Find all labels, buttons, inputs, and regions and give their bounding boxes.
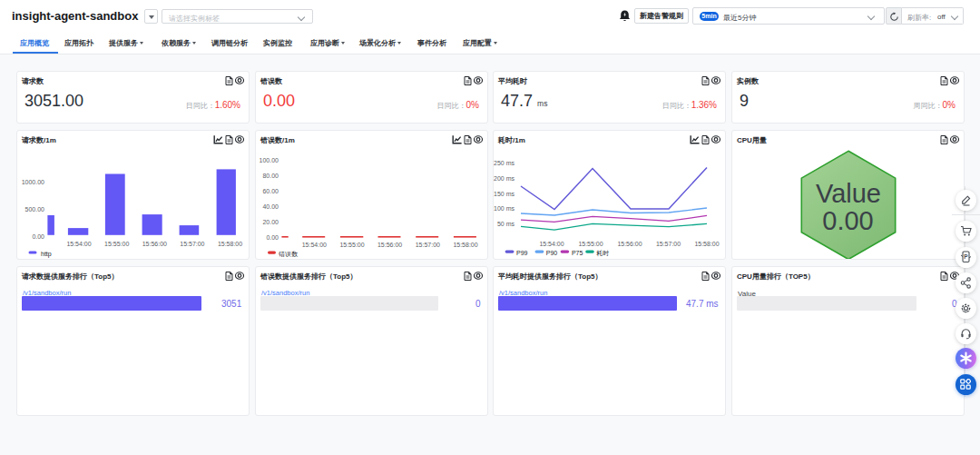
svg-text:15:54:00: 15:54:00 <box>66 241 91 247</box>
svg-text:P99: P99 <box>516 250 528 256</box>
svg-text:P90: P90 <box>546 250 558 256</box>
svg-text:P75: P75 <box>572 250 583 256</box>
svg-text:P: P <box>964 253 968 260</box>
svg-text:15:55:00: 15:55:00 <box>104 241 129 247</box>
svg-text:15:57:00: 15:57:00 <box>416 242 440 248</box>
svg-text:100.00: 100.00 <box>260 157 279 163</box>
svg-text:150 ms: 150 ms <box>494 191 514 197</box>
svg-text:200 ms: 200 ms <box>494 175 514 182</box>
svg-text:耗时: 耗时 <box>596 250 609 257</box>
svg-text:500.00: 500.00 <box>25 206 45 213</box>
svg-text:1000.00: 1000.00 <box>22 179 44 185</box>
svg-text:15:58:00: 15:58:00 <box>694 241 719 247</box>
svg-text:15:55:00: 15:55:00 <box>578 241 603 247</box>
svg-text:15:58:00: 15:58:00 <box>218 241 242 247</box>
svg-text:15:58:00: 15:58:00 <box>453 242 477 248</box>
svg-text:15:57:00: 15:57:00 <box>180 241 204 247</box>
svg-text:50 ms: 50 ms <box>497 221 515 227</box>
svg-text:15:54:00: 15:54:00 <box>539 241 564 247</box>
svg-text:40.00: 40.00 <box>262 203 279 210</box>
svg-text:15:55:00: 15:55:00 <box>339 242 364 248</box>
svg-text:100 ms: 100 ms <box>494 205 514 212</box>
svg-text:15:56:00: 15:56:00 <box>142 241 167 247</box>
svg-text:15:57:00: 15:57:00 <box>656 241 681 247</box>
svg-text:Value: Value <box>816 179 881 208</box>
svg-text:错误数: 错误数 <box>278 251 299 258</box>
svg-text:250 ms: 250 ms <box>494 160 514 166</box>
svg-text:0.00: 0.00 <box>822 206 873 235</box>
svg-text:60.00: 60.00 <box>262 188 279 194</box>
svg-text:15:54:00: 15:54:00 <box>302 242 327 248</box>
svg-text:0.00: 0.00 <box>266 234 279 241</box>
svg-text:15:56:00: 15:56:00 <box>617 241 642 247</box>
svg-text:20.00: 20.00 <box>262 219 279 225</box>
svg-text:15:56:00: 15:56:00 <box>377 242 402 248</box>
svg-text:http: http <box>41 251 52 258</box>
svg-text:80.00: 80.00 <box>262 173 279 179</box>
svg-text:0.00: 0.00 <box>32 233 44 240</box>
